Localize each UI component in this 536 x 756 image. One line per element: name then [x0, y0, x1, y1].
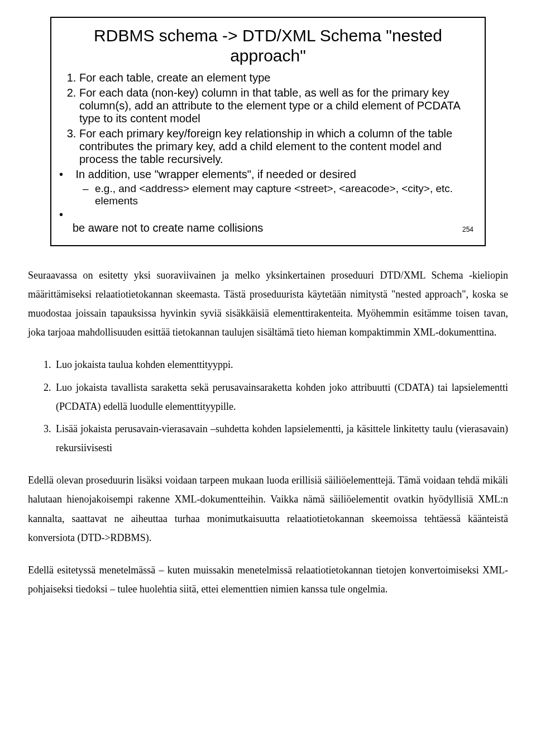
paragraph-3: Edellä esitetyssä menetelmässä – kuten m… — [28, 561, 508, 599]
slide-box: RDBMS schema -> DTD/XML Schema "nested a… — [50, 17, 486, 246]
slide-sub-1: e.g., and <address> element may capture … — [95, 183, 473, 208]
fin-item-3: Lisää jokaista perusavain-vierasavain –s… — [54, 419, 508, 457]
finnish-numbered-list: Luo jokaista taulua kohden elementtityyp… — [28, 355, 508, 457]
slide-numbered-list: For each table, create an element type F… — [63, 71, 473, 166]
body-text: Seuraavassa on esitetty yksi suoraviivai… — [28, 266, 508, 599]
paragraph-2: Edellä olevan proseduurin lisäksi voidaa… — [28, 471, 508, 547]
slide-bullet-1-text: In addition, use "wrapper elements", if … — [76, 168, 356, 180]
slide-title: RDBMS schema -> DTD/XML Schema "nested a… — [63, 26, 473, 66]
slide-item-1: For each table, create an element type — [79, 71, 473, 84]
fin-item-2: Luo jokaista tavallista saraketta sekä p… — [54, 378, 508, 416]
slide-bullet-list: In addition, use "wrapper elements", if … — [63, 168, 473, 235]
slide-item-3: For each primary key/foreign key relatio… — [79, 127, 473, 166]
slide-bullet-2-text: be aware not to create name collisions — [73, 222, 263, 235]
paragraph-1: Seuraavassa on esitetty yksi suoraviivai… — [28, 266, 508, 342]
slide-number: 254 — [451, 226, 473, 233]
slide-sub-list: e.g., and <address> element may capture … — [73, 183, 473, 208]
document-page: RDBMS schema -> DTD/XML Schema "nested a… — [0, 0, 536, 634]
slide-bullet-2: be aware not to create name collisions 2… — [73, 208, 473, 235]
slide-bullet-1: In addition, use "wrapper elements", if … — [73, 168, 473, 207]
fin-item-1: Luo jokaista taulua kohden elementtityyp… — [54, 355, 508, 374]
slide-item-2: For each data (non-key) column in that t… — [79, 87, 473, 125]
